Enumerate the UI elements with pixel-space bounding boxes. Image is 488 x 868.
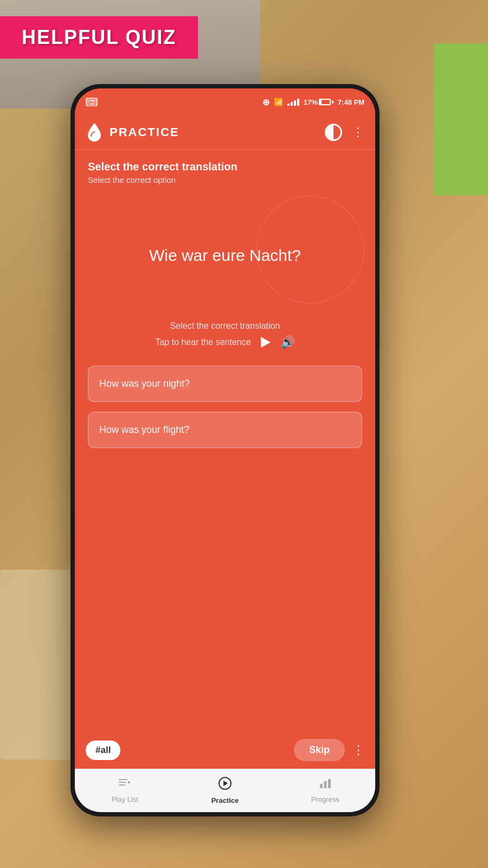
svg-rect-8 xyxy=(320,784,323,788)
svg-rect-9 xyxy=(324,781,326,788)
app-bar-right: ⋮ xyxy=(325,124,364,141)
status-right: ⊕ 📶 17% 7:48 PM xyxy=(262,97,364,107)
menu-dots-icon[interactable]: ⋮ xyxy=(352,125,364,139)
svg-rect-10 xyxy=(328,779,331,788)
battery-tip xyxy=(332,100,333,104)
app-drop-icon xyxy=(86,122,103,143)
tag-filter-pill[interactable]: #all xyxy=(86,741,120,760)
question-subtitle: Select the correct option xyxy=(88,175,362,184)
signal-bars xyxy=(287,99,299,106)
skip-button[interactable]: Skip xyxy=(294,739,345,761)
answers-section: How was your night? How was your flight? xyxy=(88,366,362,448)
status-left xyxy=(86,98,98,106)
nav-item-playlist[interactable]: Play List xyxy=(75,769,175,812)
svg-marker-5 xyxy=(128,781,131,784)
image-status-icon xyxy=(86,98,98,106)
play-triangle-icon xyxy=(261,337,271,348)
question-title: Select the correct translation xyxy=(88,161,362,173)
status-time: 7:48 PM xyxy=(338,98,364,106)
nav-item-practice[interactable]: Practice xyxy=(175,769,275,812)
practice-nav-icon xyxy=(218,776,232,794)
bottom-right-actions: Skip ⋮ xyxy=(294,739,364,761)
battery-percent: 17% xyxy=(304,98,318,106)
speaker-icon[interactable]: 🔊 xyxy=(280,335,295,349)
answer-text-2: How was your flight? xyxy=(99,424,189,435)
main-content: Wie war eure Nacht? Select the correct t… xyxy=(75,190,375,731)
sync-icon: ⊕ xyxy=(262,97,269,107)
german-sentence: Wie war eure Nacht? xyxy=(149,244,301,267)
phone-frame: ⊕ 📶 17% 7:48 PM xyxy=(70,84,380,816)
answer-text-1: How was your night? xyxy=(99,378,190,389)
answer-option-2[interactable]: How was your flight? xyxy=(88,412,362,448)
audio-label: Tap to hear the sentence xyxy=(155,337,251,347)
play-button[interactable] xyxy=(259,335,273,349)
battery-indicator: 17% xyxy=(304,98,333,106)
svg-rect-0 xyxy=(88,99,95,105)
bar4 xyxy=(297,99,299,106)
battery-fill xyxy=(320,100,322,104)
banner: HELPFUL QUIZ xyxy=(0,16,198,59)
bar2 xyxy=(291,102,293,106)
audio-hint: Select the correct translation xyxy=(170,321,280,331)
audio-controls: Tap to hear the sentence 🔊 xyxy=(155,335,294,349)
bottom-nav: Play List Practice xyxy=(75,769,375,812)
phone-screen: ⊕ 📶 17% 7:48 PM xyxy=(75,88,375,812)
playlist-nav-label: Play List xyxy=(112,795,138,803)
svg-point-7 xyxy=(223,782,227,785)
timer-icon[interactable] xyxy=(325,124,342,141)
wifi-icon: 📶 xyxy=(274,98,283,106)
playlist-nav-icon xyxy=(118,777,131,793)
battery-body xyxy=(319,99,331,105)
bottom-more-icon[interactable]: ⋮ xyxy=(352,743,364,757)
practice-nav-label: Practice xyxy=(211,796,239,805)
notepad-background xyxy=(434,43,488,195)
audio-section: Select the correct translation Tap to he… xyxy=(155,321,294,349)
nav-item-progress[interactable]: Progress xyxy=(275,769,375,812)
status-bar: ⊕ 📶 17% 7:48 PM xyxy=(75,88,375,116)
bar1 xyxy=(287,104,290,106)
timer-fill xyxy=(326,125,333,139)
bottom-action-bar: #all Skip ⋮ xyxy=(75,731,375,769)
app-bar-left: PRACTICE xyxy=(86,122,179,143)
progress-nav-label: Progress xyxy=(311,795,339,803)
progress-nav-icon xyxy=(319,777,332,793)
question-section: Select the correct translation Select th… xyxy=(75,150,375,190)
app-title: PRACTICE xyxy=(110,125,179,139)
app-bar: PRACTICE ⋮ xyxy=(75,116,375,150)
bar3 xyxy=(294,100,296,106)
banner-text: HELPFUL QUIZ xyxy=(22,26,176,48)
answer-option-1[interactable]: How was your night? xyxy=(88,366,362,402)
